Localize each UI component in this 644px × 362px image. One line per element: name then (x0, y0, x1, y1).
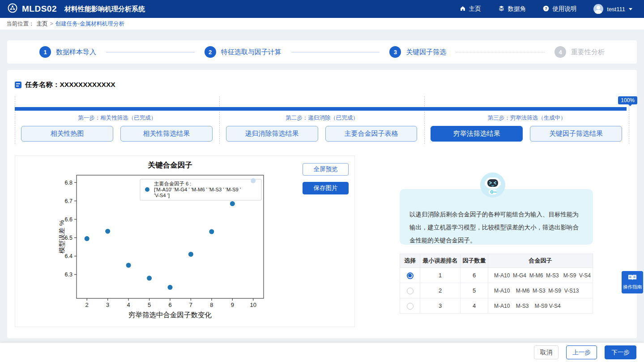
robot-assistant-icon (480, 172, 505, 198)
row-3-count: 4 (461, 298, 488, 314)
wizard-step-3: 3 关键因子筛选 (389, 46, 446, 58)
row-1-factors: M-A10 M-G4 M-M6 M-S3 M-S9 V-S4 (488, 268, 593, 283)
task-title-row: 任务名称：XXXXXXXXXXXX (15, 80, 115, 90)
cancel-button[interactable]: 取消 (534, 345, 559, 359)
next-step-button[interactable]: 下一步 (605, 345, 636, 359)
breadcrumb-home-link[interactable]: 主页 (37, 20, 48, 28)
row-1-radio[interactable] (407, 272, 414, 279)
svg-text:6.6: 6.6 (65, 216, 73, 223)
footer-action-bar: 取消 上一步 下一步 (0, 343, 644, 362)
nav-help-label: 使用说明 (552, 5, 576, 13)
nav-help[interactable]: ? 使用说明 (543, 5, 576, 13)
logo-icon (7, 3, 18, 15)
svg-text:?: ? (545, 6, 548, 11)
step-4-circle: 4 (554, 46, 566, 58)
phase-2-column: 第二步：递归消除（已完成） 递归消除筛选结果 主要合金因子表格 (220, 96, 425, 144)
breadcrumb-current: 创建任务-金属材料机理分析 (55, 20, 124, 28)
row-2-rank: 2 (420, 283, 461, 298)
main-content-card: 任务名称：XXXXXXXXXXXX 100% 第一步：相关性筛选（已完成） 相关… (7, 70, 637, 338)
operation-guide-label: 操作指南 (623, 284, 642, 290)
svg-text:3: 3 (106, 302, 109, 308)
svg-text:6.4: 6.4 (65, 253, 73, 259)
step-2-label: 特征选取与因子计算 (221, 48, 281, 56)
chevron-down-icon (629, 8, 632, 10)
prev-step-button[interactable]: 上一步 (566, 345, 597, 359)
main-alloy-factor-table-button[interactable]: 主要合金因子表格 (325, 126, 418, 142)
correlation-heatmap-button[interactable]: 相关性热图 (21, 126, 113, 142)
svg-text:['M-A10' 'M-G4 ' 'M-M6 ' 'M-S3: ['M-A10' 'M-G4 ' 'M-M6 ' 'M-S3 ' 'M-S9 ' (154, 187, 241, 192)
username: test111 (607, 6, 625, 13)
header-select: 选择 (400, 254, 420, 268)
svg-text:9: 9 (231, 302, 234, 308)
step-wizard: 1 数据样本导入 2 特征选取与因子计算 3 关键因子筛选 4 重要性分析 (7, 40, 637, 64)
wizard-step-1: 1 数据样本导入 (39, 46, 96, 58)
nav-data-corner-label: 数据角 (508, 5, 526, 13)
svg-text:6.3: 6.3 (65, 272, 73, 278)
svg-text:4: 4 (127, 302, 130, 308)
home-icon (460, 5, 466, 13)
svg-text:6.8: 6.8 (65, 180, 73, 186)
user-menu[interactable]: test111 (593, 4, 632, 14)
svg-text:5: 5 (148, 302, 151, 308)
logo-text: MLDS02 (22, 4, 57, 14)
chart-panel: 关键合金因子6.36.46.56.66.76.82345678910模型误差 %… (15, 155, 355, 327)
header-min-error-rank: 最小误差排名 (420, 254, 461, 268)
svg-text:2: 2 (85, 302, 89, 308)
top-navigation: 主页 数据角 ? 使用说明 test111 (460, 4, 644, 14)
wizard-step-2: 2 特征选取与因子计算 (205, 46, 281, 58)
svg-text:6: 6 (168, 302, 171, 308)
row-1-count: 6 (461, 268, 488, 283)
system-title: 材料性能影响机理分析系统 (64, 5, 145, 13)
svg-text:关键合金因子: 关键合金因子 (148, 161, 193, 169)
step-4-label: 重要性分析 (571, 48, 605, 56)
app-logo: MLDS02 材料性能影响机理分析系统 (0, 3, 145, 15)
phase-progress-section: 100% 第一步：相关性筛选（已完成） 相关性热图 相关性筛选结果 第二步：递归… (15, 96, 629, 144)
exhaustive-screening-result-button[interactable]: 穷举法筛选结果 (431, 126, 523, 142)
svg-text:7: 7 (189, 302, 192, 308)
task-list-icon (15, 82, 21, 88)
nav-home-label: 主页 (469, 5, 481, 13)
step-3-circle: 3 (389, 46, 401, 58)
step-2-circle: 2 (205, 46, 216, 58)
header-alloy-factors: 合金因子 (488, 254, 593, 268)
row-3-radio[interactable] (407, 303, 414, 310)
phase-columns: 第一步：相关性筛选（已完成） 相关性热图 相关性筛选结果 第二步：递归消除（已完… (15, 96, 629, 144)
nav-data-corner[interactable]: 数据角 (498, 5, 526, 13)
wizard-step-4: 4 重要性分析 (554, 46, 605, 58)
svg-text:8: 8 (210, 302, 213, 308)
save-image-button[interactable]: 保存图片 (303, 182, 349, 194)
correlation-result-button[interactable]: 相关性筛选结果 (120, 126, 213, 142)
phase-3-column: 第三步：穷举法筛选（生成中） 穷举法筛选结果 关键因子筛选结果 (424, 96, 629, 144)
step-connector (291, 52, 380, 52)
svg-text:主要合金因子 6 :: 主要合金因子 6 : (154, 181, 191, 186)
row-2-factors: M-A10 M-M6 M-S3 M-S9 V-S13 (488, 283, 593, 298)
task-title: 任务名称：XXXXXXXXXXXX (25, 80, 115, 90)
header-factor-count: 因子数量 (461, 254, 488, 268)
nav-home[interactable]: 主页 (460, 5, 481, 13)
user-avatar (593, 4, 603, 14)
row-2-radio[interactable] (407, 288, 414, 294)
breadcrumb: 当前位置： 主页 > 创建任务-金属材料机理分析 (0, 18, 644, 30)
step-3-label: 关键因子筛选 (406, 48, 446, 56)
operation-guide-button[interactable]: 操作指南 (622, 271, 643, 293)
phase-1-column: 第一步：相关性筛选（已完成） 相关性热图 相关性筛选结果 (15, 96, 220, 144)
book-icon (628, 274, 637, 283)
row-1-rank: 1 (420, 268, 461, 283)
result-table: 选择 最小误差排名 因子数量 合金因子 1 6 M-A10 M-G4 M-M6 … (400, 254, 593, 314)
table-row: 1 6 M-A10 M-G4 M-M6 M-S3 M-S9 V-S4 (400, 268, 593, 283)
step-1-circle: 1 (39, 46, 51, 58)
recursive-elimination-result-button[interactable]: 递归消除筛选结果 (226, 126, 318, 142)
svg-text:6.5: 6.5 (65, 235, 73, 241)
row-3-factors: M-A10 M-S3 M-S9 V-S4 (488, 298, 593, 314)
breadcrumb-prefix: 当前位置： (6, 20, 34, 28)
table-row: 2 5 M-A10 M-M6 M-S3 M-S9 V-S13 (400, 283, 593, 298)
top-header-bar: MLDS02 材料性能影响机理分析系统 主页 数据角 ? (0, 0, 644, 18)
help-icon: ? (543, 5, 549, 13)
key-factor-result-button[interactable]: 关键因子筛选结果 (530, 126, 622, 142)
phase-2-label: 第二步：递归消除（已完成） (220, 114, 425, 122)
svg-text:'V-S4 ']: 'V-S4 '] (154, 193, 170, 198)
fullscreen-preview-button[interactable]: 全屏预览 (303, 163, 349, 176)
step-1-label: 数据样本导入 (56, 48, 96, 56)
row-2-count: 5 (461, 283, 488, 298)
phase-3-label: 第三步：穷举法筛选（生成中） (424, 114, 629, 122)
